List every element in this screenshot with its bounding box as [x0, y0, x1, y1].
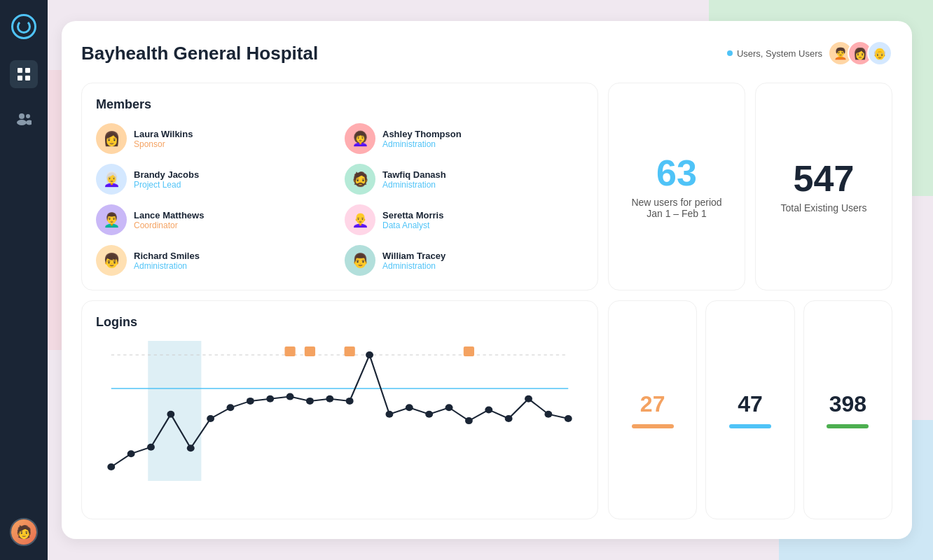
- svg-point-21: [306, 398, 314, 405]
- svg-point-13: [147, 444, 155, 451]
- mini-stat-1-bar: [632, 424, 674, 428]
- member-item: 👩‍🦳 Brandy Jacobs Project Lead: [96, 164, 335, 195]
- svg-point-20: [286, 393, 294, 400]
- svg-point-16: [207, 415, 214, 422]
- svg-point-5: [17, 120, 27, 125]
- member-avatar: 👨: [345, 245, 375, 276]
- svg-point-30: [485, 406, 492, 413]
- member-item: 👩‍🦱 Ashley Thompson Administration: [345, 123, 583, 154]
- svg-rect-37: [345, 346, 355, 356]
- member-info: Tawfiq Danash Administration: [382, 169, 446, 190]
- svg-point-14: [167, 411, 174, 418]
- member-role: Sponsor: [134, 139, 193, 149]
- avatar-image: 🧑: [11, 519, 36, 545]
- svg-point-27: [425, 411, 433, 418]
- members-section: Members 👩 Laura Wilkins Sponsor 👩‍🦱 Ashl…: [81, 83, 598, 290]
- member-item: 🧔 Tawfiq Danash Administration: [345, 164, 583, 195]
- legend-label: Users, System Users: [737, 48, 822, 59]
- svg-point-26: [406, 404, 413, 411]
- logo-icon: [17, 20, 31, 34]
- member-name: Seretta Morris: [382, 210, 443, 220]
- svg-point-22: [326, 396, 333, 402]
- main-content: Bayhealth General Hospital Users, System…: [48, 0, 933, 560]
- svg-point-32: [525, 396, 532, 402]
- user-avatar[interactable]: 🧑: [10, 518, 38, 546]
- member-info: Ashley Thompson Administration: [382, 129, 462, 149]
- svg-point-7: [26, 120, 32, 125]
- new-users-label-text: New users for period: [631, 197, 721, 208]
- new-users-label: New users for period Jan 1 – Feb 1: [631, 197, 721, 219]
- member-item: 👦 Richard Smiles Administration: [96, 245, 335, 276]
- sidebar-item-grid[interactable]: [10, 60, 38, 88]
- new-users-card: 63 New users for period Jan 1 – Feb 1: [608, 83, 745, 290]
- svg-point-24: [366, 351, 373, 358]
- mini-stat-2-bar: [729, 424, 771, 428]
- members-title: Members: [96, 97, 583, 112]
- legend: Users, System Users: [727, 48, 822, 59]
- svg-point-29: [465, 417, 473, 424]
- mini-stat-3-bar: [827, 424, 869, 428]
- svg-point-6: [26, 114, 30, 118]
- member-role: Coordinator: [134, 220, 204, 230]
- app-container: 🧑 Bayhealth General Hospital Users, Syst…: [0, 0, 933, 560]
- member-item: 👩‍🦲 Seretta Morris Data Analyst: [345, 204, 583, 235]
- logins-title: Logins: [96, 315, 583, 330]
- member-avatar: 👨‍🦱: [96, 204, 127, 235]
- legend-dot: [727, 50, 733, 56]
- dashboard-card: Bayhealth General Hospital Users, System…: [62, 21, 912, 539]
- mini-stat-1: 27: [608, 300, 697, 519]
- new-users-sublabel: Jan 1 – Feb 1: [647, 208, 707, 219]
- member-role: Administration: [134, 261, 200, 271]
- total-users-number: 547: [794, 160, 855, 197]
- mini-stats-container: 27 47 398: [608, 300, 892, 519]
- svg-point-19: [266, 396, 274, 402]
- members-grid: 👩 Laura Wilkins Sponsor 👩‍🦱 Ashley Thomp…: [96, 123, 583, 276]
- header-avatar-3: 👴: [867, 41, 892, 66]
- svg-point-11: [107, 463, 115, 470]
- svg-point-28: [445, 404, 453, 411]
- page-title: Bayhealth General Hospital: [81, 43, 318, 64]
- member-item: 👨 William Tracey Administration: [345, 245, 583, 276]
- mini-stat-1-number: 27: [640, 391, 665, 417]
- header-avatars: 🧑‍🦱 👩 👴: [834, 41, 892, 66]
- svg-point-25: [385, 411, 393, 418]
- member-role: Administration: [382, 261, 445, 271]
- member-name: Lance Matthews: [134, 210, 204, 220]
- chart-container: [96, 341, 583, 481]
- total-users-label: Total Existing Users: [781, 202, 867, 214]
- member-avatar: 👩: [96, 123, 127, 154]
- member-info: Brandy Jacobs Project Lead: [134, 169, 199, 190]
- mini-stat-3: 398: [803, 300, 892, 519]
- logins-section: Logins: [81, 300, 598, 519]
- member-avatar: 👦: [96, 245, 127, 276]
- member-name: Richard Smiles: [134, 251, 200, 261]
- member-item: 👨‍🦱 Lance Matthews Coordinator: [96, 204, 335, 235]
- member-role: Administration: [382, 180, 446, 190]
- svg-rect-8: [148, 341, 201, 481]
- sidebar-item-users[interactable]: [10, 105, 38, 133]
- member-info: Laura Wilkins Sponsor: [134, 129, 193, 149]
- dashboard-header: Bayhealth General Hospital Users, System…: [81, 41, 892, 66]
- svg-point-34: [565, 415, 572, 422]
- svg-point-12: [127, 450, 135, 457]
- svg-rect-3: [25, 76, 30, 80]
- mini-stat-2-number: 47: [738, 391, 763, 417]
- member-name: Tawfiq Danash: [382, 169, 446, 180]
- member-role: Administration: [382, 139, 462, 149]
- member-avatar: 👩‍🦳: [96, 164, 127, 195]
- member-role: Project Lead: [134, 180, 199, 190]
- svg-rect-2: [18, 76, 22, 80]
- member-avatar: 👩‍🦱: [345, 123, 375, 154]
- sidebar-logo[interactable]: [11, 14, 36, 39]
- member-info: Lance Matthews Coordinator: [134, 210, 204, 230]
- svg-point-4: [19, 113, 25, 119]
- member-info: William Tracey Administration: [382, 251, 445, 271]
- member-name: William Tracey: [382, 251, 445, 261]
- svg-rect-38: [464, 346, 474, 356]
- total-users-card: 547 Total Existing Users: [755, 83, 892, 290]
- svg-point-23: [346, 398, 354, 405]
- svg-point-17: [227, 404, 235, 411]
- header-right: Users, System Users 🧑‍🦱 👩 👴: [727, 41, 892, 66]
- member-name: Brandy Jacobs: [134, 169, 199, 180]
- member-name: Ashley Thompson: [382, 129, 462, 139]
